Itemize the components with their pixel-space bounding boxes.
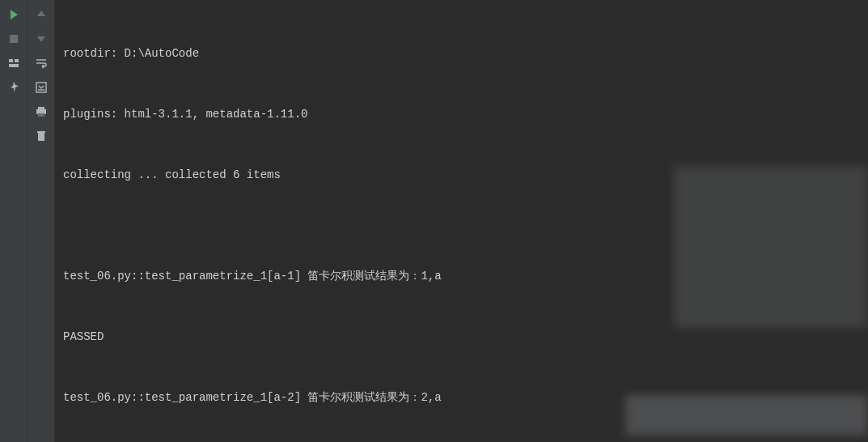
run-toolbar-left	[0, 0, 28, 442]
run-toolbar-right	[28, 0, 55, 442]
clear-all-button[interactable]	[32, 126, 51, 146]
svg-rect-10	[37, 131, 45, 133]
console-line: rootdir: D:\AutoCode	[63, 44, 860, 64]
svg-rect-3	[9, 64, 19, 67]
svg-rect-9	[38, 133, 44, 141]
svg-rect-6	[38, 107, 44, 109]
soft-wrap-button[interactable]	[32, 53, 51, 73]
layout-button[interactable]	[4, 53, 23, 73]
console-output[interactable]: rootdir: D:\AutoCode plugins: html-3.1.1…	[55, 0, 868, 442]
svg-rect-1	[9, 59, 13, 62]
redacted-region	[674, 166, 868, 328]
redacted-region	[625, 395, 868, 436]
pin-button[interactable]	[4, 78, 23, 97]
svg-rect-8	[38, 113, 44, 117]
up-stack-button[interactable]	[32, 5, 51, 24]
print-button[interactable]	[32, 102, 51, 121]
down-stack-button[interactable]	[32, 29, 51, 49]
stop-button[interactable]	[4, 29, 23, 49]
console-line: plugins: html-3.1.1, metadata-1.11.0	[63, 104, 860, 125]
svg-rect-0	[10, 35, 18, 43]
scroll-to-end-button[interactable]	[32, 78, 51, 97]
rerun-button[interactable]	[4, 5, 23, 24]
console-line: PASSED	[63, 327, 860, 347]
svg-rect-2	[15, 59, 19, 62]
